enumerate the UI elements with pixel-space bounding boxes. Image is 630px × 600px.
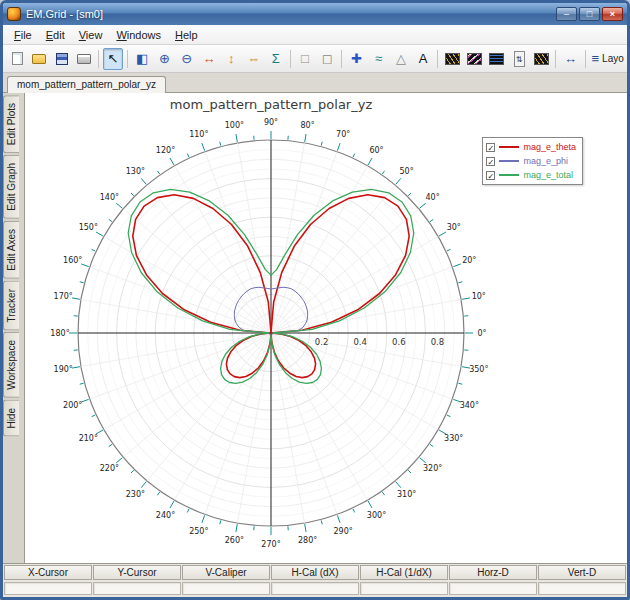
angle-tick (458, 282, 462, 283)
print-button[interactable] (74, 48, 94, 70)
angle-tick (305, 524, 306, 532)
fit-all-button[interactable]: Σ (266, 48, 286, 70)
pattern-grid-icon (489, 53, 504, 65)
menu-view[interactable]: View (72, 27, 110, 43)
side-tab-edit-plots[interactable]: Edit Plots (3, 95, 19, 153)
angle-tick (80, 383, 84, 384)
frame-spinner[interactable]: ⇅ (509, 48, 529, 70)
angle-tick (236, 134, 237, 142)
status-bar: X-CursorY-CursorV-CaliperH-Cal (dX)H-Cal… (3, 563, 627, 597)
angle-tick (80, 282, 84, 283)
status-col-h-cal-dx-: H-Cal (dX) (271, 565, 359, 597)
grid-spoke (271, 333, 419, 457)
angle-label: 280° (298, 536, 317, 545)
status-col-vert-d: Vert-D (538, 565, 626, 597)
frame-toggle-button[interactable]: ◻ (317, 48, 337, 70)
open-file-button[interactable] (29, 48, 49, 70)
angle-label: 140° (100, 193, 119, 202)
angle-tick (116, 203, 122, 208)
angle-label: 60° (369, 146, 383, 155)
zoom-window-button[interactable]: ◧ (132, 48, 152, 70)
text-label-button[interactable]: A (413, 48, 433, 70)
pattern-grid-button[interactable] (487, 48, 507, 70)
plot-title: mom_pattern_pattern_polar_yz (170, 97, 373, 112)
angle-label: 120° (156, 146, 175, 155)
angle-label: 250° (189, 527, 208, 536)
title-bar[interactable]: EM.Grid - [sm0] –□× (3, 3, 627, 25)
angle-tick (170, 501, 174, 508)
side-tab-edit-axes[interactable]: Edit Axes (3, 221, 19, 279)
legend-checkbox-mag_e_phi[interactable]: ✓ (486, 157, 495, 166)
save-button[interactable] (52, 48, 72, 70)
angle-tick (420, 203, 426, 208)
select-cursor-button[interactable]: ↖ (103, 48, 123, 70)
angle-label: 150° (79, 223, 98, 232)
status-value (182, 582, 270, 595)
legend-checkbox-mag_e_theta[interactable]: ✓ (486, 143, 495, 152)
fit-width-button[interactable]: ⇔ (243, 48, 263, 70)
angle-label: 210° (79, 434, 98, 443)
legend-line-sample (499, 174, 519, 176)
status-header: Horz-D (449, 565, 537, 580)
status-value (4, 582, 92, 595)
menu-file[interactable]: File (7, 27, 39, 43)
angle-label: 320° (423, 464, 442, 473)
pattern-map-icon (445, 53, 460, 65)
legend-checkbox-mag_e_total[interactable]: ✓ (486, 171, 495, 180)
angle-tick (321, 142, 322, 146)
grid-spoke (123, 333, 271, 457)
side-tab-hide[interactable]: Hide (3, 400, 19, 437)
angle-tick (202, 515, 205, 523)
layout-chunk[interactable]: ≡ Layou (589, 51, 625, 66)
status-header: Y-Cursor (93, 565, 181, 580)
close-button[interactable]: × (602, 7, 623, 21)
pattern-map-button[interactable] (442, 48, 462, 70)
legend-line-sample (499, 160, 519, 162)
angle-tick (430, 444, 433, 446)
angle-tick (141, 482, 146, 488)
zoom-y-extents-button[interactable]: ↕ (221, 48, 241, 70)
side-tab-edit-graph[interactable]: Edit Graph (3, 155, 19, 219)
legend-row: ✓mag_e_theta (486, 141, 576, 153)
minimize-button[interactable]: – (556, 7, 577, 21)
side-tab-workspace[interactable]: Workspace (3, 332, 19, 398)
menu-help[interactable]: Help (168, 27, 205, 43)
zoom-out-button[interactable]: ⊖ (177, 48, 197, 70)
angle-tick (420, 458, 426, 463)
angle-tick (337, 143, 340, 151)
status-value (93, 582, 181, 595)
smooth-curve-button[interactable]: ≈ (368, 48, 388, 70)
expand-horizontal-button[interactable]: ↔ (560, 48, 580, 70)
angle-label: 220° (100, 464, 119, 473)
angle-tick (321, 520, 322, 524)
zoom-x-extents-button[interactable]: ↔ (199, 48, 219, 70)
grid-spoke (147, 333, 271, 481)
triangle-marker-button[interactable]: △ (391, 48, 411, 70)
new-file-button[interactable] (7, 48, 27, 70)
document-tab[interactable]: mom_pattern_pattern_polar_yz (7, 76, 166, 93)
angle-label: 270° (261, 540, 280, 549)
angle-label: 340° (460, 401, 479, 410)
grid-toggle-button[interactable]: □ (295, 48, 315, 70)
zoom-in-button[interactable]: ⊕ (154, 48, 174, 70)
maximize-button[interactable]: □ (579, 7, 600, 21)
menu-edit[interactable]: Edit (39, 27, 72, 43)
angle-label: 90° (264, 118, 278, 127)
toolbar-separator (98, 50, 99, 68)
angle-label: 240° (156, 511, 175, 520)
angle-tick (408, 193, 411, 196)
pattern-cut-button[interactable] (531, 48, 551, 70)
status-header: H-Cal (1/dX) (360, 565, 448, 580)
angle-label: 20° (462, 256, 476, 265)
status-value (360, 582, 448, 595)
side-tab-tracker[interactable]: Tracker (3, 281, 19, 331)
pattern-3d-button[interactable] (464, 48, 484, 70)
angle-label: 260° (225, 536, 244, 545)
toolbar: ↖◧⊕⊖↔↕⇔Σ□◻✚≈△A⇅↔ ≡ Layou (3, 45, 627, 73)
menu-windows[interactable]: Windows (109, 27, 168, 43)
angle-tick (462, 298, 470, 299)
add-marker-button[interactable]: ✚ (346, 48, 366, 70)
side-tabs: Edit PlotsEdit GraphEdit AxesTrackerWork… (3, 93, 24, 563)
toolbar-separator (437, 50, 438, 68)
legend-line-sample (499, 146, 519, 148)
